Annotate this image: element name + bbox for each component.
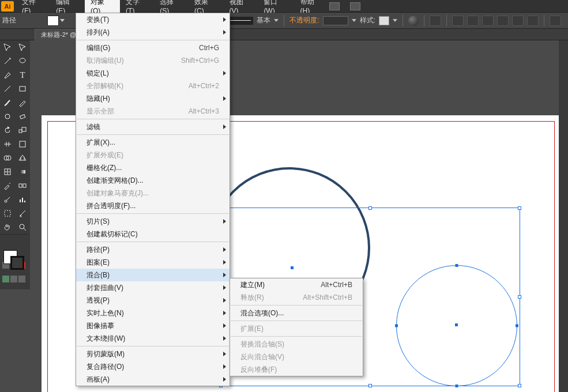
- svg-point-3: [5, 114, 10, 119]
- resize-handle[interactable]: [518, 384, 521, 387]
- opacity-input[interactable]: [323, 16, 348, 25]
- column-graph-tool[interactable]: [15, 193, 30, 206]
- align-top-icon[interactable]: [497, 16, 509, 26]
- stroke-style-dropdown-icon[interactable]: [274, 19, 279, 22]
- artboard-tool[interactable]: [0, 206, 15, 220]
- slice-tool[interactable]: [15, 206, 30, 220]
- align-doc-icon[interactable]: [430, 16, 441, 26]
- resize-handle[interactable]: [368, 206, 372, 210]
- menu-bar: 文件(F) 编辑(E) 对象(O) 文字(T) 选择(S) 效果(C) 视图(V…: [0, 0, 568, 13]
- stroke-preview[interactable]: [227, 17, 253, 25]
- paintbrush-tool[interactable]: [0, 96, 15, 110]
- resize-handle[interactable]: [518, 206, 521, 210]
- symbol-sprayer-tool[interactable]: [0, 193, 15, 206]
- blend-menu-item: 反向混合轴(V): [230, 350, 363, 363]
- object-menu-item[interactable]: 切片(S): [76, 215, 230, 228]
- object-menu-item[interactable]: 变换(T): [76, 13, 230, 26]
- resize-handle[interactable]: [368, 384, 372, 387]
- svg-rect-5: [19, 130, 22, 133]
- bridge-icon[interactable]: [329, 2, 340, 10]
- fill-dropdown-icon[interactable]: [60, 19, 65, 22]
- object-menu-item[interactable]: 剪切蒙版(M): [76, 348, 230, 360]
- transform-icon[interactable]: [550, 16, 561, 26]
- object-menu-item[interactable]: 透视(P): [76, 294, 230, 307]
- resize-handle[interactable]: [518, 295, 521, 299]
- object-menu-item[interactable]: 栅格化(Z)...: [76, 161, 230, 174]
- object-menu-item[interactable]: 封套扭曲(V): [76, 281, 230, 294]
- eraser-tool[interactable]: [15, 110, 30, 123]
- object-menu-item[interactable]: 编组(G)Ctrl+G: [76, 42, 230, 54]
- object-menu-item[interactable]: 滤镜: [76, 120, 230, 133]
- object-menu-item: 扩展外观(E): [76, 149, 230, 161]
- align-right-icon[interactable]: [482, 16, 494, 26]
- fill-stroke-swatch[interactable]: [0, 248, 30, 272]
- object-menu-item[interactable]: 锁定(L): [76, 67, 230, 80]
- hand-tool[interactable]: [0, 220, 15, 234]
- fill-swatch[interactable]: [47, 16, 59, 26]
- mesh-tool[interactable]: [0, 165, 15, 179]
- tools-panel: T: [0, 40, 30, 289]
- zoom-tool[interactable]: [15, 220, 30, 234]
- blend-menu-item[interactable]: 建立(M)Alt+Ctrl+B: [230, 278, 363, 291]
- object-menu-item: 创建对象马赛克(J)...: [76, 187, 230, 199]
- magic-wand-tool[interactable]: [0, 54, 15, 68]
- object-menu-item[interactable]: 排列(A): [76, 26, 230, 39]
- eyedropper-tool[interactable]: [0, 179, 15, 193]
- width-tool[interactable]: [0, 137, 15, 151]
- align-hcenter-icon[interactable]: [467, 16, 479, 26]
- opacity-label[interactable]: 不透明度:: [289, 16, 319, 25]
- object-menu-item[interactable]: 路径(P): [76, 243, 230, 256]
- line-tool[interactable]: [0, 82, 15, 96]
- direct-selection-tool[interactable]: [15, 40, 30, 54]
- pencil-tool[interactable]: [15, 96, 30, 110]
- rectangle-tool[interactable]: [15, 82, 30, 96]
- scale-tool[interactable]: [15, 123, 30, 137]
- align-left-icon[interactable]: [452, 16, 464, 26]
- rotate-tool[interactable]: [0, 123, 15, 137]
- object-menu-item[interactable]: 隐藏(H): [76, 92, 230, 105]
- svg-point-14: [5, 200, 7, 202]
- scrollbar-vertical[interactable]: [559, 40, 568, 392]
- object-menu-item[interactable]: 实时上色(N): [76, 307, 230, 319]
- object-menu-item[interactable]: 复合路径(O): [76, 360, 230, 373]
- object-menu-item[interactable]: 画板(A): [76, 373, 230, 386]
- pen-tool[interactable]: [0, 68, 15, 82]
- object-menu-dropdown: 变换(T)排列(A)编组(G)Ctrl+G取消编组(U)Shift+Ctrl+G…: [76, 13, 230, 386]
- object-menu-item[interactable]: 图案(E): [76, 256, 230, 269]
- screen-mode-row[interactable]: [0, 276, 30, 286]
- perspective-grid-tool[interactable]: [15, 151, 30, 165]
- align-vcenter-icon[interactable]: [512, 16, 524, 26]
- graphic-style-swatch[interactable]: [379, 16, 389, 25]
- lasso-tool[interactable]: [15, 54, 30, 68]
- svg-rect-15: [20, 199, 21, 202]
- blend-menu-item: 替换混合轴(S): [230, 338, 363, 350]
- object-menu-item[interactable]: 创建裁切标记(C): [76, 228, 230, 240]
- align-bottom-icon[interactable]: [527, 16, 539, 26]
- style-dropdown-icon[interactable]: [393, 19, 397, 22]
- shape-builder-tool[interactable]: [0, 151, 15, 165]
- blend-menu-item[interactable]: 混合选项(O)...: [230, 307, 363, 319]
- object-menu-item[interactable]: 文本绕排(W): [76, 332, 230, 345]
- svg-point-19: [20, 224, 24, 229]
- svg-rect-2: [20, 86, 25, 91]
- object-menu-item[interactable]: 拼合透明度(F)...: [76, 199, 230, 212]
- object-menu-item[interactable]: 扩展(X)...: [76, 136, 230, 149]
- arrange-docs-icon[interactable]: [350, 2, 360, 10]
- blob-brush-tool[interactable]: [0, 110, 15, 123]
- app-icon: Ai: [1, 1, 14, 12]
- svg-rect-13: [23, 184, 26, 187]
- selection-tool[interactable]: [0, 40, 15, 54]
- style-label: 样式:: [360, 16, 375, 25]
- opacity-dropdown-icon[interactable]: [352, 19, 356, 22]
- stroke-style-label: 基本: [257, 16, 270, 25]
- svg-rect-18: [5, 210, 10, 216]
- type-tool[interactable]: T: [15, 68, 30, 82]
- object-menu-item[interactable]: 图像描摹: [76, 319, 230, 332]
- blend-tool[interactable]: [15, 179, 30, 193]
- recolor-icon[interactable]: [408, 16, 419, 26]
- gradient-tool[interactable]: [15, 165, 30, 179]
- object-menu-item[interactable]: 创建渐变网格(D)...: [76, 174, 230, 187]
- object-menu-item[interactable]: 混合(B): [76, 269, 230, 281]
- svg-rect-12: [19, 184, 22, 187]
- free-transform-tool[interactable]: [15, 137, 30, 151]
